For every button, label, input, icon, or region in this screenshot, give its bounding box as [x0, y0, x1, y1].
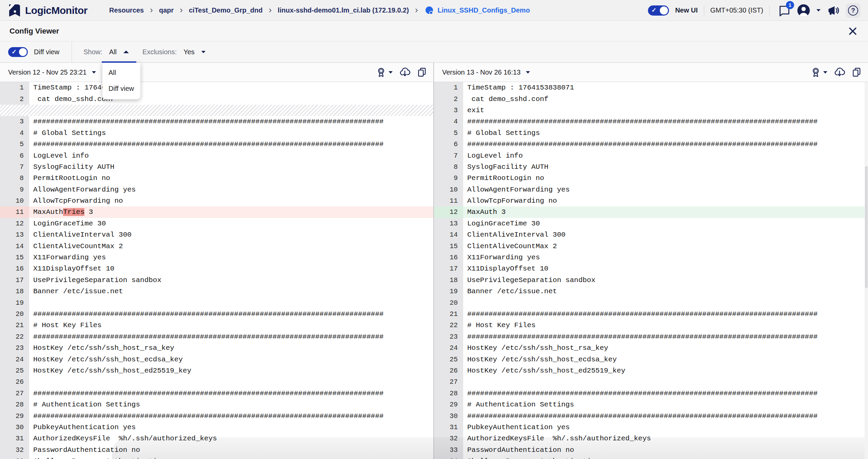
- new-ui-toggle[interactable]: ✓: [648, 5, 669, 16]
- line-text: LogLevel info: [463, 152, 523, 160]
- line-number: 8: [434, 161, 463, 173]
- vertical-scrollbar[interactable]: [865, 82, 868, 459]
- line-number: 16: [434, 252, 463, 263]
- line-number: 15: [0, 252, 29, 263]
- code-line: 29# Authentication Settings: [434, 399, 868, 410]
- line-text: MaxAuth 3: [463, 208, 506, 216]
- line-text: ########################################…: [463, 140, 817, 148]
- breadcrumb-item[interactable]: linux-sshd-demo01.lm_ci.lab (172.19.0.2): [278, 6, 409, 14]
- chat-icon[interactable]: 1: [778, 4, 791, 17]
- code-line: 24HostKey /etc/ssh/ssh_host_rsa_key: [434, 342, 868, 354]
- line-number: 15: [434, 240, 463, 252]
- line-number: 3: [434, 105, 463, 116]
- line-text: X11DisplayOffset 10: [29, 265, 114, 273]
- line-number: 14: [434, 229, 463, 240]
- code-line: 10AllowAgentForwarding yes: [434, 184, 868, 195]
- line-number: 12: [0, 218, 29, 229]
- logo-wordmark: LogicMonitor: [25, 5, 87, 16]
- user-avatar[interactable]: [797, 4, 810, 17]
- right-version-select[interactable]: Version 13 - Nov 26 16:13: [442, 68, 520, 76]
- line-text: PasswordAuthentication no: [29, 446, 140, 454]
- toolbar: ✓ Diff view Show: All Exclusions: Yes: [0, 41, 868, 63]
- code-line: 24HostKey /etc/ssh/ssh_host_ecdsa_key: [0, 354, 433, 365]
- show-select[interactable]: All: [109, 48, 117, 56]
- code-line: 3exit: [434, 105, 868, 116]
- left-golden-config-button[interactable]: [376, 67, 393, 77]
- line-number: 24: [0, 354, 29, 365]
- right-copy-button[interactable]: [852, 67, 861, 77]
- code-line: 6#######################################…: [434, 139, 868, 150]
- code-line: 11AllowTcpForwarding no: [434, 195, 868, 206]
- right-version-caret-icon[interactable]: [526, 71, 530, 74]
- line-text: HostKey /etc/ssh/ssh_host_ecdsa_key: [29, 356, 183, 363]
- code-line: 25HostKey /etc/ssh/ssh_host_ed25519_key: [0, 365, 433, 376]
- right-code-view[interactable]: 1TimeStamp : 17641538380712 cat demo_ssh…: [434, 82, 868, 459]
- account-menu-caret-icon[interactable]: [816, 9, 821, 12]
- exclusions-select[interactable]: Yes: [183, 48, 195, 56]
- show-dropdown-option[interactable]: All: [102, 65, 140, 81]
- nav-right-cluster: ✓ New UI GMT+05:30 (IST) 1: [648, 3, 861, 18]
- line-number: 31: [0, 433, 29, 444]
- line-text: HostKey /etc/ssh/ssh_host_ed25519_key: [463, 367, 625, 375]
- line-number: 24: [434, 342, 463, 354]
- line-text: PermitRootLogin no: [29, 174, 110, 182]
- new-ui-label: New UI: [675, 6, 698, 14]
- toggle-check-icon: ✓: [12, 48, 17, 56]
- line-text: HostKey /etc/ssh/ssh_host_ed25519_key: [29, 367, 191, 375]
- breadcrumb-item-active[interactable]: Linux_SSHD_Configs_Demo: [424, 5, 530, 16]
- line-number: 27: [0, 388, 29, 399]
- right-golden-config-button[interactable]: [811, 67, 827, 77]
- line-number: 1: [0, 82, 29, 93]
- scrollbar-thumb[interactable]: [865, 166, 868, 288]
- line-number: 25: [0, 365, 29, 376]
- line-number: 19: [0, 297, 29, 308]
- line-text: LoginGraceTime 30: [29, 220, 106, 227]
- diff-view-toggle[interactable]: ✓: [8, 47, 28, 57]
- left-version-caret-icon[interactable]: [92, 71, 96, 74]
- code-line: 7SyslogFacility AUTH: [0, 161, 433, 173]
- line-text: HostKey /etc/ssh/ssh_host_rsa_key: [463, 344, 608, 352]
- line-text: SyslogFacility AUTH: [463, 163, 548, 171]
- line-number: 17: [0, 275, 29, 286]
- diff-gap-row: [0, 105, 433, 116]
- logicmonitor-logo[interactable]: LogicMonitor: [7, 3, 87, 18]
- line-number: 1: [434, 82, 463, 93]
- close-button[interactable]: [848, 26, 858, 36]
- right-download-button[interactable]: [834, 67, 845, 77]
- line-number: 5: [434, 127, 463, 139]
- show-dropdown-option[interactable]: Diff view: [102, 81, 140, 97]
- code-line: 31PubkeyAuthentication yes: [434, 422, 868, 433]
- toggle-check-icon: ✓: [651, 6, 656, 14]
- line-text: ########################################…: [29, 118, 383, 125]
- left-download-button[interactable]: [399, 67, 410, 77]
- left-copy-button[interactable]: [417, 67, 427, 77]
- left-golden-config-caret-icon[interactable]: [389, 71, 393, 74]
- code-line: 18Banner /etc/issue.net: [0, 286, 433, 297]
- code-line: 1TimeStamp : 1764153838071: [434, 82, 868, 93]
- left-version-select[interactable]: Version 12 - Nov 25 23:21: [8, 68, 86, 76]
- line-number: 10: [0, 195, 29, 206]
- code-line: 13LoginGraceTime 30: [434, 218, 868, 229]
- breadcrumb-item[interactable]: qapr: [159, 6, 174, 14]
- line-number: 7: [434, 150, 463, 161]
- page-title: Config Viewer: [9, 27, 59, 36]
- exclusions-caret-down-icon[interactable]: [201, 51, 205, 53]
- breadcrumb-item[interactable]: Resources: [109, 6, 144, 14]
- line-text: ClientAliveCountMax 2: [463, 242, 557, 250]
- right-pane-header: Version 13 - Nov 26 16:13: [434, 63, 868, 82]
- line-number: 25: [434, 354, 463, 365]
- chevron-right-icon: ›: [180, 6, 183, 13]
- line-text: ########################################…: [29, 140, 383, 148]
- code-line: 30PubkeyAuthentication yes: [0, 422, 433, 433]
- line-number: 6: [0, 150, 29, 161]
- left-code-view[interactable]: 1TimeStamp : 17640930715502 cat demo_ssh…: [0, 82, 433, 459]
- breadcrumb-item[interactable]: ciTest_Demo_Grp_dnd: [189, 6, 262, 14]
- line-text: exit: [463, 106, 484, 114]
- announcements-icon[interactable]: [827, 4, 840, 17]
- code-line: 6LogLevel info: [0, 150, 433, 161]
- breadcrumb: Resources›qapr›ciTest_Demo_Grp_dnd›linux…: [109, 6, 418, 14]
- help-button[interactable]: ?: [846, 3, 861, 18]
- line-text: AllowAgentForwarding yes: [29, 186, 136, 194]
- right-golden-config-caret-icon[interactable]: [823, 71, 827, 74]
- show-caret-up-icon[interactable]: [123, 51, 129, 53]
